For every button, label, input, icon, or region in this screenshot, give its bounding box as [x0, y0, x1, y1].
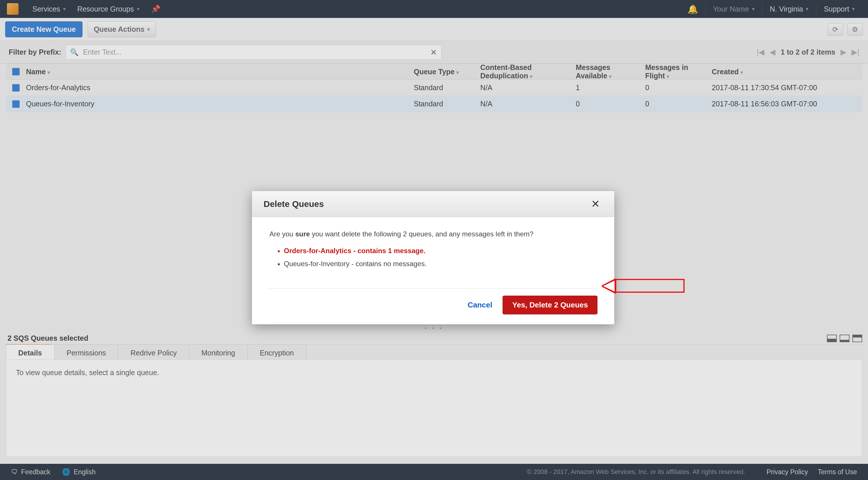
detail-empty-text: To view queue details, select a single q…	[16, 369, 159, 377]
filter-input-wrap: 🔍 ✕	[65, 45, 441, 60]
splitter-handle[interactable]: • • •	[6, 326, 862, 331]
table-row[interactable]: Queues-for-Inventory Standard N/A 0 0 20…	[6, 96, 862, 112]
cancel-button[interactable]: Cancel	[468, 301, 492, 309]
cell-avail: 1	[576, 83, 645, 92]
confirm-delete-button[interactable]: Yes, Delete 2 Queues	[503, 296, 597, 314]
layout-toggle	[827, 335, 862, 342]
nav-resource-groups-label: Resource Groups	[77, 5, 134, 13]
chevron-down-icon: ▾	[137, 6, 140, 12]
settings-button[interactable]: ⚙	[847, 23, 863, 36]
detail-body: To view queue details, select a single q…	[6, 359, 862, 457]
chevron-down-icon: ▾	[63, 6, 66, 12]
privacy-link[interactable]: Privacy Policy	[767, 468, 808, 476]
dialog-body: Are you sure you want delete the followi…	[252, 217, 614, 280]
tab-encryption[interactable]: Encryption	[247, 344, 306, 361]
detail-tabs: Details Permissions Redrive Policy Monit…	[6, 344, 862, 362]
clear-filter-button[interactable]: ✕	[430, 48, 437, 57]
toolbar: Create New Queue Queue Actions▾ ⟳ ⚙	[0, 18, 868, 41]
select-all-cell[interactable]	[6, 68, 26, 75]
top-nav: Services▾ Resource Groups▾ 📌 🔔 Your Name…	[0, 0, 868, 18]
table-header: Name▾ Queue Type▾ Content-Based Deduplic…	[6, 64, 862, 80]
nav-services-label: Services	[32, 5, 60, 13]
checkbox-icon	[12, 100, 20, 108]
chevron-down-icon: ▾	[752, 6, 754, 12]
dialog-header: Delete Queues ✕	[252, 191, 614, 217]
tab-details[interactable]: Details	[6, 344, 54, 361]
cell-name: Orders-for-Analytics	[26, 83, 414, 92]
language-link[interactable]: 🌐English	[62, 468, 95, 476]
cell-flight: 0	[645, 100, 712, 108]
nav-support-label: Support	[824, 5, 849, 13]
page-info: 1 to 2 of 2 items	[781, 48, 835, 56]
create-queue-button[interactable]: Create New Queue	[5, 22, 83, 37]
dialog-queue-warning: Orders-for-Analytics - contains 1 messag…	[284, 245, 597, 256]
page-next-button[interactable]: ▶	[840, 48, 846, 57]
nav-services[interactable]: Services▾	[27, 5, 71, 13]
table-row[interactable]: Orders-for-Analytics Standard N/A 1 0 20…	[6, 80, 862, 96]
nav-region[interactable]: N. Virginia▾	[764, 5, 815, 13]
cell-dedup: N/A	[480, 83, 576, 92]
tab-redrive[interactable]: Redrive Policy	[118, 344, 189, 361]
cell-created: 2017-08-11 16:56:03 GMT-07:00	[712, 100, 862, 108]
layout-bottom-button[interactable]	[827, 335, 837, 342]
col-name[interactable]: Name▾	[26, 68, 414, 76]
dialog-title: Delete Queues	[264, 199, 324, 209]
detail-bar: 2 SQS Queues selected	[6, 332, 862, 345]
nav-user[interactable]: Your Name▾	[707, 5, 761, 13]
layout-split-button[interactable]	[840, 335, 849, 342]
filter-label: Filter by Prefix:	[9, 48, 61, 56]
row-checkbox[interactable]	[6, 100, 26, 108]
col-flight[interactable]: Messages in Flight▾	[645, 63, 712, 80]
sort-icon: ▾	[530, 74, 532, 79]
dialog-actions: Cancel Yes, Delete 2 Queues	[252, 289, 614, 324]
aws-logo[interactable]	[7, 3, 19, 15]
nav-support[interactable]: Support▾	[817, 5, 861, 13]
dialog-message: Are you sure you want delete the followi…	[269, 229, 597, 240]
filter-row: Filter by Prefix: 🔍 ✕ |◀ ◀ 1 to 2 of 2 i…	[0, 41, 868, 64]
annotation-highlight	[615, 279, 685, 293]
nav-resource-groups[interactable]: Resource Groups▾	[71, 5, 145, 13]
feedback-label: Feedback	[21, 468, 50, 476]
pin-icon[interactable]: 📌	[145, 5, 166, 13]
nav-region-label: N. Virginia	[770, 5, 803, 13]
selection-count: 2 SQS Queues selected	[6, 332, 90, 345]
cell-type: Standard	[414, 100, 480, 108]
dialog-close-button[interactable]: ✕	[588, 196, 603, 212]
chevron-down-icon: ▾	[806, 6, 808, 12]
col-type[interactable]: Queue Type▾	[414, 68, 480, 76]
queue-table: Name▾ Queue Type▾ Content-Based Deduplic…	[6, 64, 862, 112]
tab-permissions[interactable]: Permissions	[54, 344, 118, 361]
cell-type: Standard	[414, 83, 480, 92]
nav-divider	[816, 3, 816, 15]
col-created[interactable]: Created▾	[712, 68, 862, 76]
cell-created: 2017-08-11 17:30:54 GMT-07:00	[712, 83, 862, 92]
language-label: English	[74, 468, 95, 476]
page-prev-button[interactable]: ◀	[770, 48, 775, 57]
pager: |◀ ◀ 1 to 2 of 2 items ▶ ▶|	[757, 48, 859, 57]
cell-name: Queues-for-Inventory	[26, 100, 414, 108]
gear-icon: ⚙	[852, 26, 858, 34]
copyright-text: © 2008 - 2017, Amazon Web Services, Inc.…	[527, 468, 745, 476]
feedback-link[interactable]: 🗨Feedback	[11, 468, 50, 476]
cell-flight: 0	[645, 83, 712, 92]
bell-icon[interactable]: 🔔	[682, 4, 704, 14]
refresh-icon: ⟳	[832, 26, 838, 34]
col-dedup[interactable]: Content-Based Deduplication▾	[480, 63, 576, 80]
col-avail[interactable]: Messages Available▾	[576, 63, 645, 80]
tab-monitoring[interactable]: Monitoring	[189, 344, 248, 361]
queue-actions-button[interactable]: Queue Actions▾	[88, 22, 156, 37]
page-last-button[interactable]: ▶|	[851, 48, 859, 57]
checkbox-icon	[12, 84, 20, 92]
cell-avail: 0	[576, 100, 645, 108]
refresh-button[interactable]: ⟳	[828, 23, 843, 36]
nav-user-label: Your Name	[713, 5, 749, 13]
row-checkbox[interactable]	[6, 84, 26, 92]
filter-input[interactable]	[65, 45, 441, 60]
layout-top-button[interactable]	[852, 335, 862, 342]
terms-link[interactable]: Terms of Use	[818, 468, 857, 476]
sort-icon: ▾	[666, 74, 669, 79]
checkbox-icon	[12, 68, 20, 75]
page-first-button[interactable]: |◀	[757, 48, 765, 57]
delete-queues-dialog: Delete Queues ✕ Are you sure you want de…	[252, 191, 615, 324]
speech-icon: 🗨	[11, 468, 18, 476]
